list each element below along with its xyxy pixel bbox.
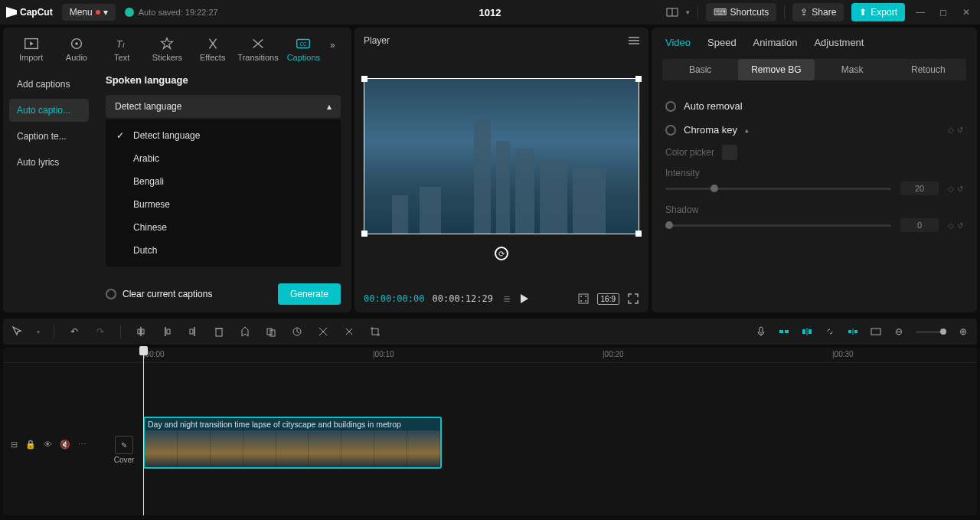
player-canvas[interactable] (364, 78, 639, 234)
reset-icon[interactable]: ↺ (957, 221, 963, 230)
sidebar-item-caption-templates[interactable]: Caption te... (9, 125, 89, 148)
tab-text[interactable]: TIText (100, 32, 144, 67)
timeline-ruler[interactable]: |00:00 |00:10 |00:20 |00:30 (3, 348, 977, 363)
preview-axis-icon[interactable] (847, 325, 859, 338)
zoom-slider[interactable] (916, 331, 946, 333)
language-option[interactable]: Bengali (106, 170, 341, 193)
auto-removal-toggle[interactable]: Auto removal (665, 94, 963, 118)
reverse-icon[interactable] (291, 325, 303, 338)
collapse-track-icon[interactable]: ⊟ (11, 440, 18, 450)
menu-button[interactable]: Menu ▾ (62, 4, 116, 21)
svg-text:I: I (122, 41, 125, 49)
expand-tabs-button[interactable]: » (327, 32, 345, 58)
language-dropdown[interactable]: Detect language ▴ (106, 95, 341, 118)
language-option[interactable]: Chinese (106, 216, 341, 239)
maximize-button[interactable]: ◻ (936, 5, 951, 20)
color-swatch[interactable] (722, 145, 737, 160)
language-option[interactable]: Dutch (106, 239, 341, 262)
split-icon[interactable] (135, 325, 147, 338)
share-button[interactable]: ⇪ Share (792, 3, 844, 21)
playhead[interactable] (143, 348, 144, 515)
close-button[interactable]: ✕ (959, 5, 974, 20)
redo-icon[interactable]: ↷ (94, 325, 106, 338)
keyframe-icon[interactable]: ◇ (948, 126, 954, 134)
play-button[interactable] (521, 294, 528, 303)
crop-tool-icon[interactable] (369, 325, 381, 338)
lock-icon[interactable]: 🔒 (25, 440, 36, 450)
tab-transitions[interactable]: Transitions (236, 32, 279, 67)
sidebar-item-add-captions[interactable]: Add captions (9, 73, 89, 96)
generate-button[interactable]: Generate (278, 283, 341, 305)
subtab-retouch[interactable]: Retouch (890, 59, 966, 80)
tab-animation[interactable]: Animation (753, 37, 798, 48)
color-picker-row[interactable]: Color picker (665, 142, 963, 168)
minimize-button[interactable]: — (913, 5, 928, 20)
delete-left-icon[interactable] (161, 325, 173, 338)
resize-handle[interactable] (361, 231, 368, 237)
keyframe-icon[interactable]: ◇ (948, 185, 954, 193)
clear-captions-checkbox[interactable]: Clear current captions (106, 289, 212, 299)
chevron-down-icon[interactable]: ▾ (37, 329, 40, 335)
crop-icon[interactable] (577, 293, 590, 305)
language-option[interactable]: Arabic (106, 147, 341, 170)
delete-right-icon[interactable] (187, 325, 199, 338)
chevron-down-icon[interactable]: ▾ (686, 8, 690, 16)
language-option[interactable]: Burmese (106, 193, 341, 216)
rotate-handle[interactable]: ⟳ (495, 247, 508, 260)
tab-audio[interactable]: Audio (54, 32, 98, 67)
player-menu-button[interactable] (629, 37, 639, 44)
reset-icon[interactable]: ↺ (957, 185, 963, 193)
record-audio-icon[interactable] (755, 325, 767, 338)
language-option[interactable]: Detect language (106, 124, 341, 147)
clip-preview-icon[interactable] (870, 325, 882, 338)
layout-icon[interactable] (666, 6, 678, 18)
tab-effects[interactable]: Effects (191, 32, 234, 67)
aspect-ratio-button[interactable]: 16:9 (597, 293, 619, 305)
freeze-icon[interactable] (265, 325, 277, 338)
tab-adjustment[interactable]: Adjustment (814, 37, 864, 48)
mirror-icon[interactable] (317, 325, 329, 338)
reset-icon[interactable]: ↺ (957, 126, 963, 134)
subtab-basic[interactable]: Basic (662, 59, 738, 80)
inspector-panel: Video Speed Animation Adjustment Basic R… (652, 28, 977, 312)
undo-icon[interactable]: ↶ (68, 325, 80, 338)
subtab-removebg[interactable]: Remove BG (738, 59, 814, 80)
delete-icon[interactable] (213, 325, 225, 338)
linkage-icon[interactable] (824, 325, 836, 338)
zoom-in-icon[interactable]: ⊕ (957, 325, 969, 338)
tab-stickers[interactable]: Stickers (145, 32, 189, 67)
shadow-value[interactable]: 0 (900, 218, 939, 232)
cover-button[interactable]: ✎ Cover (110, 436, 138, 464)
tab-import[interactable]: Import (9, 32, 53, 67)
video-clip[interactable]: Day and night transition time lapse of c… (143, 417, 442, 469)
sidebar-item-auto-captions[interactable]: Auto captio... (9, 99, 89, 122)
chroma-key-toggle[interactable]: Chroma key ▴ ◇ ↺ (665, 118, 963, 142)
more-icon[interactable]: ⋯ (78, 440, 87, 450)
tab-speed[interactable]: Speed (707, 37, 737, 48)
eye-icon[interactable]: 👁 (44, 440, 52, 450)
main-track-magnet-icon[interactable] (778, 325, 790, 338)
keyframe-icon[interactable]: ◇ (948, 221, 954, 230)
subtab-mask[interactable]: Mask (815, 59, 890, 80)
selection-tool-icon[interactable] (11, 325, 23, 338)
marker-icon[interactable] (239, 325, 251, 338)
shadow-slider[interactable] (665, 224, 891, 227)
export-button[interactable]: ⬆ Export (851, 3, 905, 21)
sidebar-item-auto-lyrics[interactable]: Auto lyrics (9, 151, 89, 174)
tab-video[interactable]: Video (665, 37, 691, 48)
intensity-value[interactable]: 20 (900, 182, 939, 195)
zoom-out-icon[interactable]: ⊖ (893, 325, 905, 338)
rotate-icon[interactable] (343, 325, 355, 338)
fullscreen-icon[interactable] (627, 293, 639, 305)
svg-rect-32 (808, 329, 812, 334)
shortcuts-button[interactable]: ⌨ Shortcuts (706, 3, 777, 21)
resize-handle[interactable] (635, 231, 642, 237)
auto-snap-icon[interactable] (801, 325, 813, 338)
intensity-slider[interactable] (665, 188, 891, 190)
timeline[interactable]: |00:00 |00:10 |00:20 |00:30 ⊟ 🔒 👁 🔇 ⋯ ✎ … (3, 348, 977, 515)
mute-icon[interactable]: 🔇 (60, 440, 70, 450)
resize-handle[interactable] (635, 76, 642, 82)
tab-captions[interactable]: CCCaptions (282, 32, 325, 67)
list-icon[interactable]: ≣ (501, 293, 513, 305)
resize-handle[interactable] (361, 76, 368, 82)
